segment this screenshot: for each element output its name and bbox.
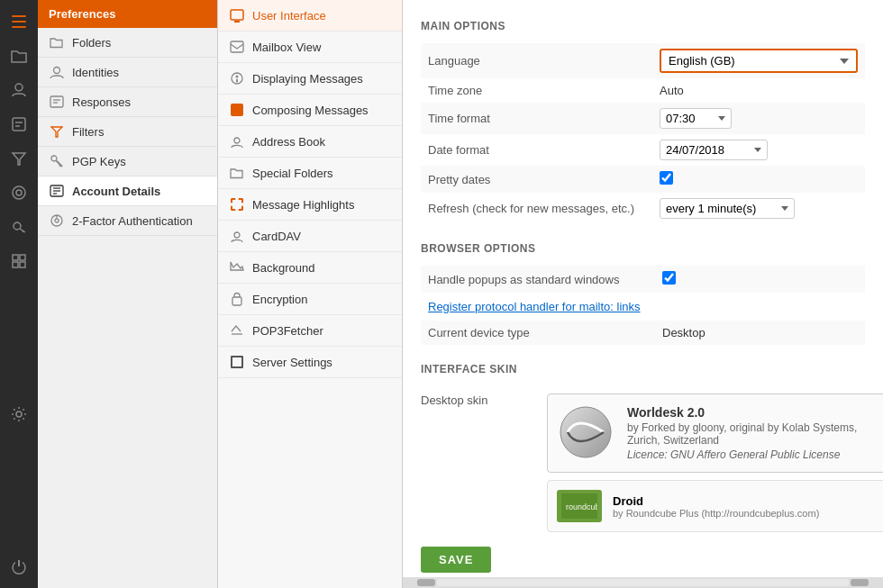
main-content: MAIN OPTIONS Language English (GB) Time … (403, 0, 883, 588)
worldesk-skin-card[interactable]: Worldesk 2.0 by Forked by gloony, origin… (547, 394, 883, 473)
svg-point-39 (234, 232, 240, 238)
refresh-label: Refresh (check for new messages, etc.) (428, 202, 634, 215)
sub-nav-message-highlights[interactable]: Message Highlights (218, 189, 402, 221)
svg-rect-37 (236, 79, 238, 83)
register-protocol-link[interactable]: Register protocol handler for mailto: li… (428, 300, 641, 313)
left-nav-column: Preferences Folders Identities Responses… (38, 0, 218, 588)
svg-rect-13 (20, 255, 25, 260)
grid-nav-icon[interactable] (2, 245, 36, 277)
svg-rect-32 (231, 10, 243, 20)
preferences-nav-icon[interactable] (2, 5, 36, 38)
worldesk-skin-licence: Licence: GNU Affero General Public Licen… (627, 448, 878, 461)
mailbox-view-icon (229, 39, 245, 55)
svg-rect-34 (231, 41, 243, 52)
sub-nav-background[interactable]: Background (218, 252, 402, 284)
horizontal-scrollbar[interactable] (403, 577, 883, 588)
sub-nav-mailbox-view[interactable]: Mailbox View (218, 32, 402, 63)
sub-nav-encryption[interactable]: Encryption (218, 284, 402, 315)
filters-icon (49, 123, 65, 140)
folders-icon (49, 34, 65, 50)
svg-point-30 (55, 219, 59, 222)
svg-point-22 (51, 156, 57, 161)
worldesk-skin-name: Worldesk 2.0 (627, 405, 878, 420)
svg-rect-15 (20, 262, 25, 267)
timezone-label: Time zone (428, 84, 482, 97)
svg-rect-14 (13, 262, 18, 267)
sub-nav-composing[interactable]: Composing Messages (218, 95, 402, 126)
refresh-select[interactable]: every 1 minute(s) (660, 198, 795, 219)
power-nav-icon[interactable] (2, 550, 36, 583)
worldesk-logo (559, 405, 613, 459)
nav-responses[interactable]: Responses (38, 87, 217, 117)
user-interface-icon (229, 7, 245, 23)
account-details-icon (49, 183, 65, 199)
scroll-track (437, 579, 849, 586)
svg-rect-2 (12, 26, 26, 28)
main-options-title: MAIN OPTIONS (421, 20, 865, 32)
identities-icon (49, 64, 65, 80)
current-device-label: Current device type (428, 326, 530, 339)
droid-skin-thumbnail: roundcube (557, 490, 602, 522)
special-folders-icon (229, 165, 245, 181)
handle-popups-label: Handle popups as standard windows (428, 273, 619, 286)
svg-point-36 (236, 76, 239, 78)
pgp-icon (49, 153, 65, 169)
interface-skin-title: INTERFACE SKIN (421, 363, 865, 375)
background-icon (229, 259, 245, 276)
svg-rect-12 (13, 255, 18, 260)
sub-nav-user-interface[interactable]: User Interface (218, 0, 402, 32)
worldesk-skin-by: by Forked by gloony, original by Kolab S… (627, 421, 878, 447)
scroll-right-arrow[interactable] (851, 579, 869, 586)
composing-icon (229, 102, 245, 118)
svg-point-8 (13, 186, 25, 199)
language-select[interactable]: English (GB) (660, 49, 858, 73)
nav-filters[interactable]: Filters (38, 117, 217, 147)
svg-rect-40 (232, 297, 241, 305)
nav-2fa[interactable]: 2-Factor Authentication (38, 206, 217, 236)
svg-line-24 (59, 165, 60, 167)
left-nav-header: Preferences (38, 0, 217, 28)
svg-rect-1 (12, 21, 26, 23)
handle-popups-checkbox[interactable] (662, 271, 676, 285)
scroll-left-arrow[interactable] (417, 579, 435, 586)
current-device-value: Desktop (662, 326, 705, 339)
svg-rect-18 (50, 96, 63, 107)
folders-nav-icon[interactable] (2, 40, 36, 72)
cog-nav-icon[interactable] (2, 398, 36, 430)
droid-skin-by: by Roundcube Plus (http://roundcubeplus.… (613, 508, 819, 519)
sub-nav-carddav[interactable]: CardDAV (218, 221, 402, 252)
sub-nav-address-book[interactable]: Address Book (218, 126, 402, 158)
server-settings-icon (229, 354, 245, 370)
browser-options-title: BROWSER OPTIONS (421, 242, 865, 255)
pretty-dates-checkbox[interactable] (660, 171, 673, 185)
timezone-value: Auto (660, 84, 684, 97)
droid-skin-name: Droid (613, 494, 819, 508)
droid-skin-card[interactable]: roundcube Droid by Roundcube Plus (http:… (547, 480, 883, 532)
sub-nav-special-folders[interactable]: Special Folders (218, 158, 402, 189)
edit-nav-icon[interactable] (2, 108, 36, 140)
carddav-icon (229, 228, 245, 244)
desktop-skin-label: Desktop skin (421, 386, 529, 407)
nav-folders[interactable]: Folders (38, 28, 217, 58)
sub-nav-server-settings[interactable]: Server Settings (218, 347, 402, 378)
nav-identities[interactable]: Identities (38, 58, 217, 87)
nav-account-details[interactable]: Account Details (38, 176, 217, 206)
time-format-select[interactable]: 07:30 (660, 108, 732, 129)
save-button[interactable]: SAVE (421, 547, 491, 573)
svg-rect-4 (13, 118, 25, 131)
security-nav-icon[interactable] (2, 176, 36, 209)
svg-marker-7 (13, 153, 25, 165)
filter-nav-icon[interactable] (2, 142, 36, 175)
browser-options-table: Handle popups as standard windows Regist… (421, 266, 865, 345)
svg-marker-21 (51, 127, 62, 137)
user-nav-icon[interactable] (2, 74, 36, 106)
displaying-icon (229, 70, 245, 86)
sub-nav-pop3fetcher[interactable]: POP3Fetcher (218, 315, 402, 347)
svg-point-17 (54, 68, 60, 74)
sub-nav-column: User Interface Mailbox View Displaying M… (218, 0, 403, 588)
nav-pgp[interactable]: PGP Keys (38, 147, 217, 176)
key-nav-icon[interactable] (2, 211, 36, 243)
sub-nav-displaying[interactable]: Displaying Messages (218, 63, 402, 95)
worldesk-skin-info: Worldesk 2.0 by Forked by gloony, origin… (627, 405, 878, 461)
date-format-select[interactable]: 24/07/2018 (660, 140, 768, 160)
